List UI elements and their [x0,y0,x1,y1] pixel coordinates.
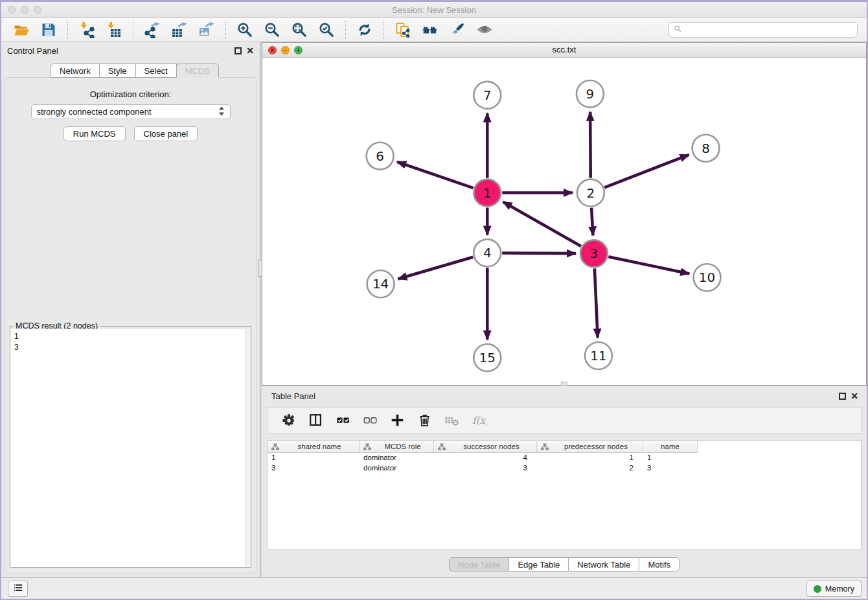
tab-style[interactable]: Style [99,63,136,78]
node-15[interactable]: 15 [474,344,501,371]
edge-4-to-14[interactable] [398,257,473,279]
mcds-result-area[interactable]: 1 3 [10,329,251,567]
edge-2-to-3[interactable] [591,208,593,236]
column-label: predecessor nodes [549,443,643,450]
tab-node-table[interactable]: Node Table [449,557,510,571]
edge-1-to-6[interactable] [397,162,473,188]
minimize-window-button[interactable] [21,6,29,14]
edge-2-to-9[interactable] [590,112,591,178]
memory-button[interactable]: Memory [806,581,862,597]
import-table-icon[interactable] [105,21,123,39]
close-window-button[interactable] [8,6,16,14]
network-graph[interactable]: 7968124314101511 [262,58,866,385]
toolbar-separator [225,21,226,39]
zoom-frame-button[interactable]: + [294,46,303,54]
search-input[interactable] [685,25,853,34]
optimization-criterion-label: Optimization criterion: [5,89,257,99]
save-session-icon[interactable] [40,21,58,39]
node-10[interactable]: 10 [694,264,721,291]
apply-style-icon[interactable] [448,21,466,39]
table-panel-title: Table Panel [271,391,315,401]
delete-columns-icon[interactable] [415,411,435,430]
export-table-icon[interactable] [170,21,188,39]
table-row-2[interactable]: 3dominator323 [268,463,861,474]
tab-select[interactable]: Select [135,63,177,78]
close-panel-icon[interactable]: ✕ [246,45,254,56]
zoom-selected-icon[interactable] [317,21,336,39]
refresh-network-icon[interactable] [356,21,374,39]
mcds-result-text: 1 3 [10,329,251,353]
edge-4-to-3[interactable] [502,253,576,253]
run-mcds-button[interactable]: Run MCDS [63,126,126,141]
column-header-name[interactable]: name [643,441,698,453]
node-7[interactable]: 7 [474,82,501,109]
zoom-in-icon[interactable] [236,21,254,39]
criterion-dropdown[interactable]: strongly connected component [31,104,231,119]
table-float-icon[interactable] [839,393,846,400]
tab-network-table[interactable]: Network Table [568,557,639,571]
toolbar-separator [383,21,384,39]
clone-network-icon[interactable] [394,21,412,39]
show-hide-graphics-icon[interactable] [475,21,494,39]
delete-table-icon [442,411,462,430]
import-network-icon[interactable] [78,21,96,39]
column-header-predecessor-nodes[interactable]: predecessor nodes [537,441,643,453]
export-network-icon[interactable] [143,21,161,39]
export-image-icon[interactable] [198,21,216,39]
node-label-6: 6 [376,148,384,164]
node-label-15: 15 [479,350,496,365]
edge-2-to-8[interactable] [604,155,689,187]
column-grip-icon [540,443,549,451]
node-6[interactable]: 6 [367,143,394,170]
edge-3-to-10[interactable] [608,257,689,273]
node-2[interactable]: 2 [577,179,604,207]
close-panel-button[interactable]: Close panel [134,126,198,141]
node-9[interactable]: 9 [577,80,604,108]
minimize-frame-button[interactable]: − [281,46,290,54]
edge-3-to-1[interactable] [503,202,581,246]
deselect-all-rows-icon[interactable] [361,411,380,430]
node-label-7: 7 [483,87,492,103]
first-neighbors-icon[interactable] [421,21,439,39]
node-11[interactable]: 11 [585,342,612,369]
select-all-rows-icon[interactable] [334,411,353,430]
edge-3-to-11[interactable] [595,268,598,338]
table-row-1[interactable]: 1dominator411 [268,453,861,463]
table-header-row: shared nameMCDS rolesuccessor nodesprede… [268,441,861,453]
show-columns-icon[interactable] [306,411,326,430]
node-3[interactable]: 3 [580,240,608,267]
node-1[interactable]: 1 [474,179,501,207]
network-frame-titlebar[interactable]: ×−+ scc.txt [262,43,866,58]
network-canvas[interactable]: 7968124314101511 [262,58,866,385]
main-toolbar [1,18,867,42]
column-header-shared-name[interactable]: shared name [268,441,360,453]
tab-network[interactable]: Network [51,63,100,78]
status-bar: Memory [1,577,867,599]
column-header-MCDS-role[interactable]: MCDS role [360,441,434,453]
zoom-fit-icon[interactable] [290,21,308,39]
close-frame-button[interactable]: × [268,46,277,54]
node-4[interactable]: 4 [474,239,501,266]
table-close-icon[interactable]: ✕ [851,390,858,402]
criterion-value: strongly connected component [37,107,218,117]
tab-motifs[interactable]: Motifs [639,557,680,571]
mcds-tab-content: Optimization criterion: strongly connect… [4,77,257,573]
zoom-out-icon[interactable] [263,21,281,39]
column-header-successor-nodes[interactable]: successor nodes [434,441,537,453]
search-box[interactable] [668,22,858,38]
tab-mcds[interactable]: MCDS [176,63,219,78]
node-14[interactable]: 14 [367,270,394,297]
float-panel-icon[interactable] [234,47,242,54]
task-history-button[interactable] [8,581,28,597]
zoom-window-button[interactable] [34,6,41,14]
cell: 1 [537,453,643,463]
svg-text:f(x): f(x) [472,415,487,426]
table-options-icon[interactable] [279,411,299,430]
tab-edge-table[interactable]: Edge Table [508,557,569,571]
result-scrollbar[interactable] [245,329,251,567]
column-label: shared name [280,443,359,450]
add-column-icon[interactable] [388,411,407,430]
open-session-icon[interactable] [12,21,30,39]
node-8[interactable]: 8 [692,135,720,162]
mcds-buttons: Run MCDS Close panel [5,126,257,141]
